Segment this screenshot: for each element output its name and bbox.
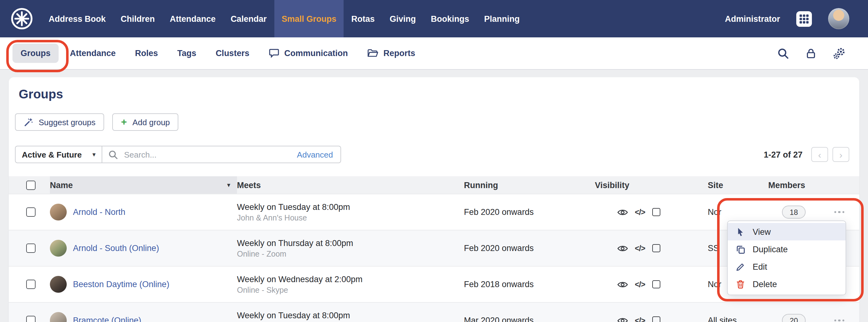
subnav-label: Reports xyxy=(383,48,415,58)
toolbar: Suggest groups + Add group xyxy=(15,113,179,131)
visibility-eye-icon xyxy=(617,317,628,322)
row-actions-button[interactable] xyxy=(832,207,847,217)
duplicate-copy-icon xyxy=(736,245,745,254)
module-nav-icons xyxy=(778,47,856,60)
subnav-item-groups[interactable]: Groups xyxy=(12,44,59,63)
column-header-running[interactable]: Running xyxy=(464,180,595,190)
signup-checkbox-icon xyxy=(652,208,660,216)
groups-panel: Groups Suggest groups + Add group Active… xyxy=(9,77,859,322)
subnav-item-clusters[interactable]: Clusters xyxy=(208,44,257,63)
menu-item-edit[interactable]: Edit xyxy=(728,258,845,275)
group-name-link[interactable]: Bramcote (Online) xyxy=(73,316,141,322)
embed-code-icon: </> xyxy=(635,316,645,322)
row-checkbox[interactable] xyxy=(26,316,35,322)
site-value: Nor xyxy=(708,207,768,217)
visibility-eye-icon xyxy=(617,281,628,288)
subnav-item-roles[interactable]: Roles xyxy=(127,44,166,63)
app-logo[interactable] xyxy=(10,0,34,37)
pagination-range: 1-27 of 27 xyxy=(764,150,803,159)
group-avatar xyxy=(50,204,67,220)
menu-item-duplicate[interactable]: Duplicate xyxy=(728,241,845,258)
folder-icon xyxy=(367,48,378,58)
nav-item-bookings[interactable]: Bookings xyxy=(424,0,477,37)
search-box: Advanced xyxy=(102,146,341,163)
meets-location: John & Ann's House xyxy=(237,213,464,222)
chevron-right-icon: › xyxy=(839,150,842,159)
subnav-item-reports[interactable]: Reports xyxy=(359,44,424,63)
nav-item-calendar[interactable]: Calendar xyxy=(223,0,274,37)
search-icon[interactable] xyxy=(778,48,789,59)
column-header-visibility[interactable]: Visibility xyxy=(595,180,708,190)
column-header-site[interactable]: Site xyxy=(708,180,768,190)
page-title: Groups xyxy=(19,87,63,102)
menu-item-view[interactable]: View xyxy=(728,223,845,241)
row-checkbox[interactable] xyxy=(26,244,35,253)
select-all-checkbox[interactable] xyxy=(26,180,35,190)
chat-bubble-icon xyxy=(269,48,279,58)
row-checkbox[interactable] xyxy=(26,280,35,289)
chevron-left-icon: ‹ xyxy=(818,150,821,159)
column-header-meets[interactable]: Meets xyxy=(237,180,464,190)
menu-item-label: Duplicate xyxy=(753,245,788,254)
nav-item-small-groups[interactable]: Small Groups xyxy=(274,0,344,37)
nav-item-giving[interactable]: Giving xyxy=(382,0,424,37)
meets-location: Online - Zoom xyxy=(237,249,464,258)
nav-item-attendance[interactable]: Attendance xyxy=(162,0,223,37)
delete-trash-icon xyxy=(736,279,745,289)
table-row: Bramcote (Online) Weekly on Tuesday at 8… xyxy=(9,302,859,322)
magic-wand-icon xyxy=(24,117,33,127)
sort-caret-icon: ▾ xyxy=(227,182,230,188)
group-avatar xyxy=(50,240,67,257)
pagination-prev-button[interactable]: ‹ xyxy=(811,147,828,162)
group-name-link[interactable]: Arnold - North xyxy=(73,207,125,217)
subnav-label: Clusters xyxy=(216,48,249,58)
subnav-item-communication[interactable]: Communication xyxy=(261,44,356,63)
meets-location: Online - Skype xyxy=(237,286,464,294)
subnav-item-attendance[interactable]: Attendance xyxy=(62,44,124,63)
top-nav-right: Administrator xyxy=(725,0,868,37)
suggest-groups-button[interactable]: Suggest groups xyxy=(15,113,104,131)
row-actions-button[interactable] xyxy=(832,316,847,322)
site-value: All sites xyxy=(708,316,768,322)
subnav-item-tags[interactable]: Tags xyxy=(169,44,205,63)
subnav-label: Tags xyxy=(177,48,196,58)
members-count-badge: 18 xyxy=(782,206,806,219)
user-avatar[interactable] xyxy=(828,8,849,29)
group-name-link[interactable]: Beeston Daytime (Online) xyxy=(73,280,169,289)
meets-schedule: Weekly on Tuesday at 8:00pm xyxy=(237,202,464,211)
menu-item-label: View xyxy=(753,227,771,236)
plus-icon: + xyxy=(121,117,127,127)
suggest-groups-label: Suggest groups xyxy=(39,117,95,127)
app-root: Address Book Children Attendance Calenda… xyxy=(0,0,868,322)
filter-bar: Active & Future ▾ Advanced 1-27 of 27 ‹ … xyxy=(15,146,849,163)
status-filter-select[interactable]: Active & Future ▾ xyxy=(15,146,102,163)
row-context-menu: View Duplicate Edit xyxy=(727,220,846,295)
caret-down-icon: ▾ xyxy=(93,151,95,157)
nav-item-address-book[interactable]: Address Book xyxy=(41,0,113,37)
user-role-label[interactable]: Administrator xyxy=(725,14,780,23)
column-header-members[interactable]: Members xyxy=(768,180,819,190)
group-avatar xyxy=(50,312,67,322)
visibility-eye-icon xyxy=(617,208,628,216)
add-group-button[interactable]: + Add group xyxy=(112,113,179,131)
nav-item-planning[interactable]: Planning xyxy=(477,0,527,37)
embed-code-icon: </> xyxy=(635,208,645,216)
my-churchsuite-keypad-icon[interactable] xyxy=(796,10,812,27)
settings-gears-icon[interactable] xyxy=(833,47,845,60)
lock-icon[interactable] xyxy=(806,48,816,59)
row-checkbox[interactable] xyxy=(26,207,35,217)
search-input[interactable] xyxy=(123,149,292,160)
menu-item-delete[interactable]: Delete xyxy=(728,275,845,293)
menu-item-label: Delete xyxy=(753,279,777,289)
column-header-name[interactable]: Name ▾ xyxy=(50,176,237,194)
advanced-search-link[interactable]: Advanced xyxy=(297,150,333,159)
nav-item-children[interactable]: Children xyxy=(113,0,162,37)
running-value: Feb 2020 onwards xyxy=(464,207,595,217)
group-name-link[interactable]: Arnold - South (Online) xyxy=(73,244,159,253)
top-nav-items: Address Book Children Attendance Calenda… xyxy=(41,0,527,37)
running-value: Feb 2018 onwards xyxy=(464,280,595,289)
pagination-next-button[interactable]: › xyxy=(833,147,849,162)
nav-item-rotas[interactable]: Rotas xyxy=(344,0,382,37)
pagination: 1-27 of 27 ‹ › xyxy=(764,147,849,162)
embed-code-icon: </> xyxy=(635,244,645,253)
